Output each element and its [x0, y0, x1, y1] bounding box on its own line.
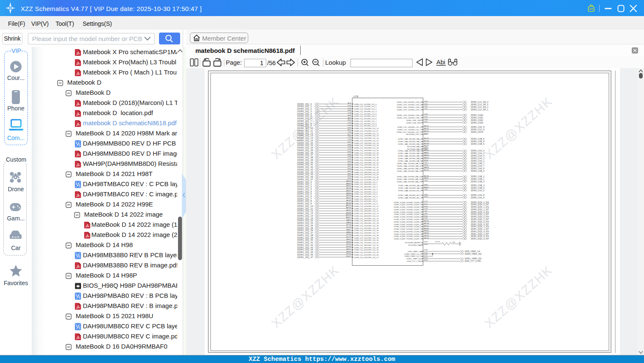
svg-text:D37: D37 [424, 254, 428, 256]
svg-text:H37: H37 [348, 141, 351, 143]
svg-text:C33: C33 [348, 136, 351, 138]
svg-text:DDR0_DQ_17/DDR0_DQ_33: DDR0_DQ_17/DDR0_DQ_33 [354, 144, 379, 146]
svg-text:DDR0_DQSP_1/DDR0_DQSP_1: DDR0_DQSP_1/DDR0_DQSP_1 [394, 209, 422, 211]
svg-text:DDR0_CAA_2/DDR0_MA_6: DDR0_CAA_2/DDR0_MA_6 [398, 152, 422, 154]
svg-text:DDR0_CKE3: DDR0_CKE3 [471, 122, 484, 124]
svg-text:DDR_VREF_CA: DDR_VREF_CA [465, 250, 480, 253]
svg-text:DDR0_DQ_14/DDR0_DQ_14: DDR0_DQ_14/DDR0_DQ_14 [354, 137, 379, 139]
svg-text:W35: W35 [424, 195, 428, 198]
svg-text:U36: U36 [424, 113, 428, 115]
svg-text:K35: K35 [348, 148, 351, 150]
svg-text:D33: D33 [348, 124, 351, 126]
svg-text:DDR0_DQ_7/DDR0_DQ_7: DDR0_DQ_7/DDR0_DQ_7 [354, 120, 377, 122]
svg-text:AW35: AW35 [346, 204, 351, 206]
svg-text:AA37: AA37 [424, 151, 429, 154]
svg-text:K34: K34 [348, 146, 351, 148]
svg-text:T32: T32 [424, 105, 428, 107]
svg-text:C30: C30 [348, 138, 351, 140]
svg-text:AA34: AA34 [424, 166, 429, 168]
svg-text:AP35: AP35 [424, 220, 429, 222]
svg-text:P36: P36 [424, 217, 428, 219]
svg-text:AP34: AP34 [346, 187, 351, 189]
svg-text:AF32: AF32 [424, 127, 429, 129]
svg-text:DDR1_DQS_0_DN: DDR1_DQS_0_DN [471, 221, 489, 223]
svg-text:DDR1_DQS_1_DP: DDR1_DQS_1_DP [471, 228, 489, 230]
svg-text:DDR0_DQ_26/DDR0_DQ_42: DDR0_DQ_26/DDR0_DQ_42 [354, 166, 379, 168]
svg-text:DDR0_DQSN_2/DDR0_DQSN_2: DDR0_DQSN_2/DDR0_DQSN_2 [394, 211, 422, 213]
svg-text:V35: V35 [424, 193, 428, 195]
svg-text:DDR0_DQ_11/DDR0_DQ_11: DDR0_DQ_11/DDR0_DQ_11 [354, 130, 379, 132]
svg-text:DDR0_CKE_0/DDR0_CKE_0: DDR0_CKE_0/DDR0_CKE_0 [397, 114, 422, 116]
svg-text:AW37: AW37 [346, 216, 351, 218]
svg-text:DDR0_CS1_N: DDR0_CS1_N [471, 129, 485, 131]
svg-text:DDR0_DQ_36/DDR1_DQ_4: DDR0_DQ_36/DDR1_DQ_4 [354, 191, 378, 193]
svg-text:AN37: AN37 [346, 190, 351, 192]
svg-text:DDR0_DQSN_5/DDR0_DQSN_5: DDR0_DQSN_5/DDR0_DQSN_5 [394, 226, 422, 228]
svg-text:H36: H36 [348, 151, 351, 153]
svg-text:DDR0_DQSP_3/DDR0_DQSP_3: DDR0_DQSP_3/DDR0_DQSP_3 [394, 218, 422, 220]
svg-text:DDR0_CAB_2/DDR0_MA_14: DDR0_CAB_2/DDR0_MA_14 [397, 176, 422, 178]
svg-text:DDR0_DQ_12/DDR0_DQ_12: DDR0_DQ_12/DDR0_DQ_12 [354, 132, 379, 135]
svg-text:DDR0_CAA_7/DDR0_MA_11: DDR0_CAA_7/DDR0_MA_11 [397, 165, 422, 167]
svg-text:C27: C27 [424, 200, 428, 202]
svg-text:DDR0_DQSP_4/DDR0_DQSP_4: DDR0_DQSP_4/DDR0_DQSP_4 [394, 223, 422, 226]
svg-text:AU36: AU36 [346, 212, 351, 214]
svg-text:K38: K38 [348, 155, 351, 157]
svg-text:AU35: AU35 [346, 199, 351, 201]
svg-text:DDR0_DQ_15/DDR0_DQ_15: DDR0_DQ_15/DDR0_DQ_15 [354, 140, 379, 142]
svg-text:DDR0_CAA_3: DDR0_CAA_3 [471, 157, 485, 160]
svg-text:Y34: Y34 [424, 188, 428, 190]
svg-text:DDR0_DQ_39/DDR1_DQ_7: DDR0_DQ_39/DDR1_DQ_7 [354, 198, 378, 200]
svg-text:AR37: AR37 [346, 197, 351, 199]
svg-text:DDR0_CAA_0: DDR0_CAA_0 [471, 150, 485, 152]
svg-text:Y32: Y32 [424, 179, 428, 182]
svg-text:DDR0_DQ_24/DDR0_DQ_40: DDR0_DQ_24/DDR0_DQ_40 [354, 162, 379, 164]
svg-text:DDR0_CKE_2/NC: DDR0_CKE_2/NC [406, 119, 422, 121]
svg-text:AN36: AN36 [346, 192, 351, 194]
svg-text:DDR0_CS#_1/DDR0_CS#_1: DDR0_CS#_1/DDR0_CS#_1 [397, 129, 422, 131]
svg-text:C31: C31 [424, 207, 428, 209]
svg-text:DDR0_DQ_3/DDR0_DQ_3: DDR0_DQ_3/DDR0_DQ_3 [354, 110, 377, 113]
svg-text:T31: T31 [424, 107, 428, 110]
svg-text:XZZ@XZZHK: XZZ@XZZHK [482, 94, 555, 162]
svg-text:E38: E38 [424, 259, 428, 261]
svg-text:AB34: AB34 [424, 157, 429, 159]
svg-text:AW38: AW38 [346, 214, 351, 216]
svg-text:DDR0_CAB_9/DDR0_MA_0: DDR0_CAB_9/DDR0_MA_0 [398, 138, 422, 140]
svg-text:BA36: BA36 [346, 231, 351, 233]
svg-text:DDR1_DQ_47: DDR1_DQ_47 [297, 256, 313, 258]
svg-text:DDR0_DQS_0_DN: DDR0_DQS_0_DN [471, 201, 489, 204]
svg-text:AE31: AE31 [424, 130, 429, 132]
svg-text:DDR0_DQ_57/DDR1_DQ_41: DDR0_DQ_57/DDR1_DQ_41 [354, 242, 379, 244]
svg-text:U37: U37 [424, 116, 428, 118]
svg-text:D31: D31 [424, 205, 428, 207]
svg-text:DDR0_CAB_0: DDR0_CAB_0 [471, 170, 485, 172]
svg-text:C26: C26 [348, 107, 351, 109]
svg-text:DDR0_DQ_1/DDR0_DQ_1: DDR0_DQ_1/DDR0_DQ_1 [354, 105, 377, 107]
svg-text:DDR0_DQ_27/DDR0_DQ_43: DDR0_DQ_27/DDR0_DQ_43 [354, 169, 379, 171]
svg-text:DDR0_DQ_20/DDR0_DQ_36: DDR0_DQ_20/DDR0_DQ_36 [354, 152, 379, 154]
svg-text:DDR0_CAB_6: DDR0_CAB_6 [471, 138, 485, 140]
svg-text:DDR0_CAA_1/DDR0_MA_9: DDR0_CAA_1/DDR0_MA_9 [398, 160, 422, 162]
svg-text:DDR0_CAB_4/DDR0_BA_0: DDR0_CAB_4/DDR0_BA_0 [398, 184, 422, 187]
svg-text:DDR0_CLK_DN_0: DDR0_CLK_DN_0 [471, 101, 489, 103]
svg-text:DDR0_DQ_50/DDR1_DQ_34: DDR0_DQ_50/DDR1_DQ_34 [354, 225, 379, 227]
svg-text:AU34: AU34 [346, 202, 351, 204]
svg-text:DDR0_CAA_9: DDR0_CAA_9 [471, 197, 485, 199]
svg-text:DDR1_DQS_0_DP: DDR1_DQS_0_DP [471, 223, 489, 226]
svg-text:XZZ@XZZHK: XZZ@XZZHK [482, 263, 555, 331]
svg-text:W32: W32 [424, 184, 428, 186]
svg-text:DDR0_DQ_30/DDR0_DQ_46: DDR0_DQ_30/DDR0_DQ_46 [354, 176, 379, 178]
svg-text:DDR0_CKN_0/DDR0_CKN_0: DDR0_CKN_0/DDR0_CKN_0 [397, 101, 422, 103]
svg-text:NC/DDR0_ALERT#: NC/DDR0_ALERT# [405, 242, 422, 244]
svg-text:DDR0_DQSN_6/DDR0_DQSN_6: DDR0_DQSN_6/DDR0_DQSN_6 [394, 231, 422, 233]
svg-text:J34: J34 [424, 212, 428, 214]
svg-text:DDR0_DQ_31/DDR0_DQ_47: DDR0_DQ_31/DDR0_DQ_47 [354, 179, 379, 181]
svg-text:DDR0_DQ_13/DDR0_DQ_13: DDR0_DQ_13/DDR0_DQ_13 [354, 135, 379, 137]
svg-text:DDR0_DQ_51/DDR1_DQ_35: DDR0_DQ_51/DDR1_DQ_35 [354, 227, 379, 229]
svg-text:D26: D26 [348, 104, 351, 107]
svg-text:AC32: AC32 [424, 169, 429, 171]
svg-text:DDR0_DQ_55/DDR1_DQ_39: DDR0_DQ_55/DDR1_DQ_39 [354, 237, 379, 239]
svg-text:AC35: AC35 [424, 144, 429, 146]
svg-text:DDR0_DQ_37/DDR1_DQ_5: DDR0_DQ_37/DDR1_DQ_5 [354, 193, 378, 195]
